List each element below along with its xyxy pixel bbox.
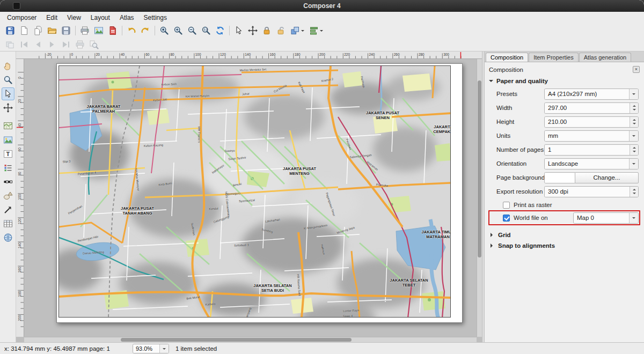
export-pdf-icon — [108, 26, 118, 35]
section-grid[interactable]: Grid — [489, 232, 640, 238]
presets-combo[interactable]: A4 (210x297 mm) — [544, 88, 639, 100]
new-composition-icon — [19, 26, 29, 35]
unlock-items-button[interactable] — [274, 24, 287, 37]
selection-status: 1 item selected — [175, 345, 217, 352]
print-button[interactable] — [78, 24, 91, 37]
collapse-down-icon — [489, 80, 493, 84]
composer-manager-button[interactable] — [46, 24, 58, 37]
previous-feature-button[interactable] — [32, 38, 45, 51]
add-map-button[interactable] — [2, 120, 14, 132]
lock-items-button[interactable] — [260, 24, 273, 37]
align-items-button[interactable] — [307, 24, 325, 37]
add-image-button[interactable] — [2, 134, 14, 146]
add-legend-button[interactable] — [2, 161, 14, 174]
zoom-full-button[interactable] — [158, 24, 171, 37]
select-move-item-button[interactable] — [232, 24, 245, 37]
height-value: 210.00 — [545, 117, 630, 127]
section-snap-to-alignments[interactable]: Snap to alignments — [489, 242, 640, 249]
svg-text:60: 60 — [18, 148, 21, 152]
window-icon[interactable] — [13, 2, 20, 10]
page-background-change-button[interactable]: Change... — [575, 172, 639, 183]
section-paper-and-quality[interactable]: Paper and quality — [489, 77, 640, 84]
presets-row: Presets A4 (210x297 mm) — [489, 87, 640, 101]
add-arrow-button[interactable] — [2, 203, 14, 216]
export-pdf-button[interactable] — [106, 24, 119, 37]
menu-layout[interactable]: Layout — [86, 13, 115, 23]
atlas-settings-button[interactable] — [87, 38, 100, 51]
select-move-item-button[interactable] — [2, 87, 14, 100]
world-file-map-combo[interactable]: Map 0 — [573, 212, 639, 224]
add-attribute-table-button[interactable] — [2, 217, 14, 230]
street-label: Galunggung — [213, 215, 229, 224]
height-spin-buttons[interactable] — [630, 117, 638, 127]
height-spinbox[interactable]: 210.00 — [544, 116, 639, 128]
composition-canvas[interactable]: JAKARTA BARATPALMERAHJAKARTA PUSATSENENJ… — [24, 59, 477, 337]
menu-edit[interactable]: Edit — [41, 13, 62, 23]
vertical-scrollbar[interactable] — [477, 59, 482, 337]
preview-atlas-button[interactable] — [4, 38, 17, 51]
map-item[interactable]: JAKARTA BARATPALMERAHJAKARTA PUSATSENENJ… — [58, 65, 451, 318]
add-html-button[interactable] — [2, 231, 14, 244]
units-combo[interactable]: mm — [544, 130, 639, 142]
width-spin-buttons[interactable] — [630, 103, 638, 113]
vertical-scrollbar-thumb[interactable] — [478, 80, 481, 257]
width-spinbox[interactable]: 297.00 — [544, 102, 639, 114]
tab-composition[interactable]: Composition — [486, 53, 528, 62]
orientation-combo[interactable]: Landscape — [544, 158, 639, 169]
add-shape-button[interactable] — [2, 189, 14, 202]
panel-close-button[interactable]: × — [633, 66, 640, 73]
move-item-content-button[interactable] — [246, 24, 259, 37]
zoom-actual-button[interactable]: 1:1 — [200, 24, 213, 37]
next-feature-button[interactable] — [46, 38, 58, 51]
street-label: Kali Pasir — [297, 81, 306, 94]
street-label: Penjernihan — [68, 204, 83, 215]
menu-atlas[interactable]: Atlas — [115, 13, 139, 23]
pan-button[interactable] — [2, 60, 14, 72]
redo-button[interactable] — [139, 24, 152, 37]
street-label: Slipi 3 — [62, 159, 70, 163]
add-scalebar-button[interactable] — [2, 175, 14, 188]
select-move-item-icon — [234, 26, 244, 35]
titlebar[interactable]: Composer 4 — [0, 0, 644, 12]
horizontal-scrollbar[interactable] — [24, 337, 477, 342]
zoom-combo-arrow-icon — [159, 344, 169, 353]
last-feature-button[interactable] — [60, 38, 72, 51]
zoom-button[interactable] — [2, 73, 14, 86]
street-label: Sawo 4 — [343, 314, 353, 317]
add-label-button[interactable]: T — [2, 148, 14, 160]
number-of-pages-spinbox[interactable]: 1 — [544, 144, 639, 156]
horizontal-scrollbar-thumb[interactable] — [121, 338, 352, 342]
svg-text:T: T — [6, 151, 10, 157]
menu-settings[interactable]: Settings — [139, 13, 172, 23]
raise-items-button[interactable] — [288, 24, 306, 37]
menu-composer[interactable]: Composer — [2, 13, 41, 23]
zoom-out-button[interactable] — [186, 24, 199, 37]
street-label: Kebon Jati — [153, 98, 167, 102]
refresh-button[interactable] — [214, 24, 226, 37]
save-as-template-button[interactable] — [60, 24, 72, 37]
export-image-button[interactable] — [92, 24, 105, 37]
first-feature-button[interactable] — [18, 38, 31, 51]
add-arrow-icon — [3, 205, 13, 215]
move-item-content-button[interactable] — [2, 101, 14, 114]
section-paper-label: Paper and quality — [496, 78, 548, 84]
undo-button[interactable] — [125, 24, 138, 37]
print-as-raster-checkbox[interactable] — [503, 202, 510, 209]
tab-item-properties[interactable]: Item Properties — [529, 53, 579, 62]
number-of-pages-spin-buttons[interactable] — [630, 145, 638, 155]
number-of-pages-row: Number of pages 1 — [489, 143, 640, 157]
zoom-in-button[interactable] — [172, 24, 185, 37]
zoom-level-combo[interactable]: 93.0% — [133, 344, 169, 353]
duplicate-composition-button[interactable] — [32, 24, 45, 37]
export-resolution-spinbox[interactable]: 300 dpi — [544, 186, 639, 197]
export-resolution-spin-buttons[interactable] — [630, 187, 638, 197]
svg-text:260: 260 — [394, 53, 400, 56]
page[interactable]: JAKARTA BARATPALMERAHJAKARTA PUSATSENENJ… — [56, 63, 463, 323]
print-atlas-button[interactable] — [74, 38, 86, 51]
world-file-checkbox[interactable] — [503, 215, 510, 222]
menu-view[interactable]: View — [62, 13, 86, 23]
save-project-button[interactable] — [4, 24, 17, 37]
tab-atlas-generation[interactable]: Atlas generation — [579, 53, 632, 62]
page-background-swatch[interactable] — [544, 172, 575, 183]
new-composition-button[interactable] — [18, 24, 31, 37]
